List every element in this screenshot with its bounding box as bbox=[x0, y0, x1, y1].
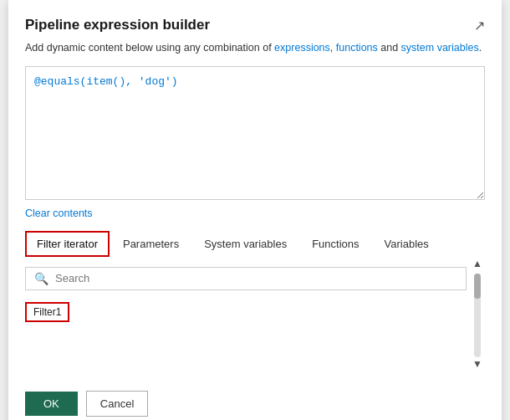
expand-icon[interactable]: ↗ bbox=[474, 18, 485, 33]
dialog-header: Pipeline expression builder ↗ bbox=[25, 17, 485, 33]
scrollbar-track bbox=[474, 274, 481, 357]
ok-button[interactable]: OK bbox=[25, 392, 78, 416]
list-items-area: Filter1 bbox=[25, 290, 467, 322]
scroll-up-arrow[interactable]: ▲ bbox=[472, 259, 482, 269]
clear-contents-link[interactable]: Clear contents bbox=[25, 207, 93, 219]
search-input[interactable] bbox=[55, 272, 457, 284]
scroll-down-arrow[interactable]: ▼ bbox=[472, 359, 482, 369]
scrollbar-panel: ▲ ▼ bbox=[470, 257, 485, 371]
list-item[interactable]: Filter1 bbox=[25, 302, 69, 322]
tab-variables[interactable]: Variables bbox=[373, 231, 441, 257]
dialog-title: Pipeline expression builder bbox=[25, 17, 210, 33]
tab-filter-iterator[interactable]: Filter iterator bbox=[25, 231, 110, 257]
cancel-button[interactable]: Cancel bbox=[86, 391, 148, 417]
expression-textarea[interactable]: @equals(item(), 'dog') bbox=[25, 66, 485, 200]
tabs-bar: Filter iterator Parameters System variab… bbox=[25, 231, 485, 257]
functions-link[interactable]: functions bbox=[336, 42, 378, 54]
search-icon: 🔍 bbox=[34, 272, 48, 285]
tab-parameters[interactable]: Parameters bbox=[111, 231, 191, 257]
dialog-subtitle: Add dynamic content below using any comb… bbox=[25, 40, 485, 56]
scrollbar-thumb[interactable] bbox=[474, 274, 481, 299]
tab-system-variables[interactable]: System variables bbox=[192, 231, 298, 257]
footer-row: OK Cancel bbox=[25, 391, 485, 417]
expressions-link[interactable]: expressions bbox=[274, 42, 330, 54]
system-variables-link[interactable]: system variables bbox=[401, 42, 479, 54]
search-row: 🔍 bbox=[25, 267, 467, 290]
pipeline-expression-builder-dialog: Pipeline expression builder ↗ Add dynami… bbox=[8, 0, 502, 420]
tab-functions[interactable]: Functions bbox=[300, 231, 370, 257]
